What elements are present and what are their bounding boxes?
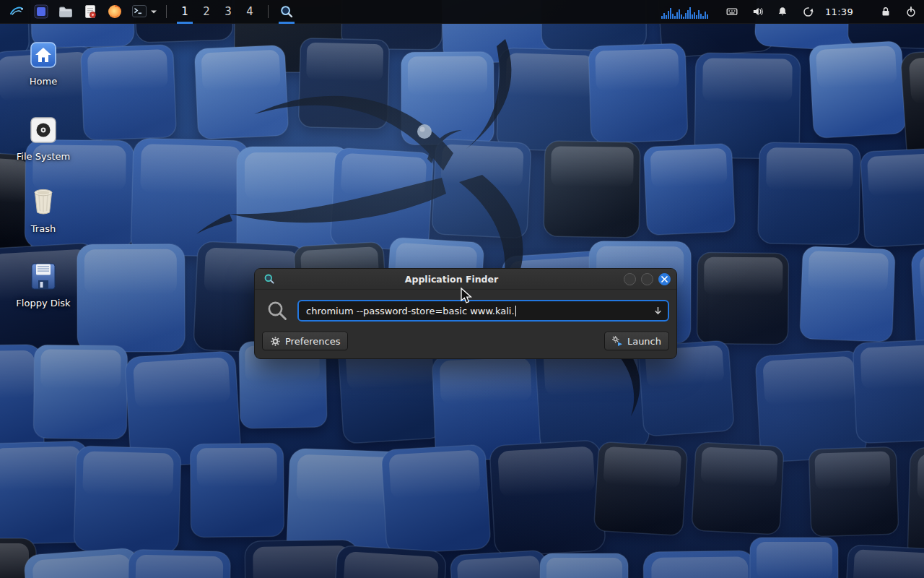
application-finder-window: Application Finder chromium --password-s… [254, 268, 677, 359]
workspace-2[interactable]: 2 [196, 0, 217, 24]
launch-button[interactable]: Launch [604, 332, 669, 350]
trash-icon [29, 186, 58, 217]
kali-logo-icon [8, 3, 25, 20]
workspace-1[interactable]: 1 [174, 0, 196, 24]
close-button[interactable] [658, 273, 671, 285]
terminal-launcher[interactable] [130, 2, 149, 22]
panel-right-group: 11:39 [661, 0, 920, 23]
launcher-dropdown-arrow[interactable] [150, 9, 157, 14]
maximize-button[interactable] [641, 273, 653, 285]
command-input[interactable]: chromium --password-store=basic www.kali… [297, 300, 669, 322]
panel-left-group: 1 2 3 4 [4, 0, 297, 23]
panel-separator [166, 5, 167, 18]
floppy-disk-icon [29, 262, 58, 291]
workspace-3[interactable]: 3 [217, 0, 239, 24]
workspace-4-label: 4 [246, 5, 253, 18]
file-manager-icon [58, 4, 74, 20]
volume-icon [751, 6, 764, 17]
desktop-root: 1 2 3 4 [0, 0, 924, 578]
desktop-icon-floppy-disk[interactable]: Floppy Disk [9, 262, 78, 309]
keyboard-indicator[interactable] [723, 3, 741, 20]
logout-button[interactable] [902, 3, 920, 20]
taskbar-appfinder-button[interactable] [276, 0, 297, 24]
workspace-4[interactable]: 4 [239, 0, 261, 24]
hard-disk-icon [29, 116, 58, 144]
search-icon [266, 300, 288, 322]
workspace-active-underline [177, 22, 193, 24]
workspace-2-label: 2 [203, 5, 210, 18]
gear-icon [270, 336, 281, 347]
power-icon [905, 6, 917, 18]
desktop-icon-label: Trash [31, 223, 56, 234]
updates-indicator[interactable] [799, 3, 816, 20]
window-app-launcher[interactable] [32, 2, 51, 22]
terminal-icon [131, 4, 147, 20]
text-caret [515, 306, 516, 316]
keyboard-icon [725, 6, 738, 17]
desktop-icon-file-system[interactable]: File System [9, 116, 78, 162]
arrow-down-icon [653, 306, 663, 316]
minimize-button[interactable] [624, 273, 636, 285]
volume-control[interactable] [749, 3, 766, 20]
chevron-down-icon [150, 9, 157, 14]
lock-icon [880, 6, 892, 17]
titlebar[interactable]: Application Finder [255, 269, 676, 290]
firefox-icon [107, 4, 123, 20]
text-editor-launcher[interactable] [81, 2, 100, 22]
launch-label: Launch [627, 336, 661, 347]
preferences-label: Preferences [285, 336, 340, 347]
finder-input-row: chromium --password-store=basic www.kali… [255, 290, 676, 332]
appfinder-window-icon [263, 273, 275, 285]
panel-clock[interactable]: 11:39 [825, 7, 853, 17]
top-panel: 1 2 3 4 [0, 0, 924, 24]
workspace-3-label: 3 [225, 5, 232, 18]
desktop-icon-label: Floppy Disk [16, 298, 70, 309]
preferences-button[interactable]: Preferences [262, 332, 348, 350]
desktop-icon-label: Home [30, 76, 57, 87]
appfinder-task-icon [279, 4, 294, 19]
close-icon [661, 276, 668, 282]
text-editor-icon [82, 4, 98, 20]
command-text: chromium --password-store=basic www.kali… [306, 306, 515, 316]
taskbar-active-underline [279, 22, 295, 24]
finder-buttons-row: Preferences Launch [255, 332, 676, 358]
window-controls [624, 273, 671, 285]
desktop-icon-home[interactable]: Home [9, 40, 78, 87]
workspace-1-label: 1 [181, 5, 188, 18]
firefox-launcher[interactable] [105, 2, 124, 22]
bell-icon [777, 6, 788, 17]
window-app-icon [33, 4, 49, 20]
notifications[interactable] [774, 3, 791, 20]
window-title: Application Finder [279, 274, 624, 285]
kali-menu-button[interactable] [7, 2, 26, 22]
audio-visualizer[interactable] [661, 4, 708, 19]
dropdown-arrow-button[interactable] [653, 306, 663, 316]
desktop-icon-label: File System [17, 151, 70, 162]
desktop-icon-trash[interactable]: Trash [9, 186, 78, 234]
screen-lock-button[interactable] [877, 3, 894, 20]
refresh-circle-icon [802, 6, 814, 18]
launch-icon [612, 336, 623, 347]
home-folder-icon [29, 40, 58, 69]
panel-separator [268, 5, 269, 18]
file-manager-launcher[interactable] [56, 2, 75, 22]
